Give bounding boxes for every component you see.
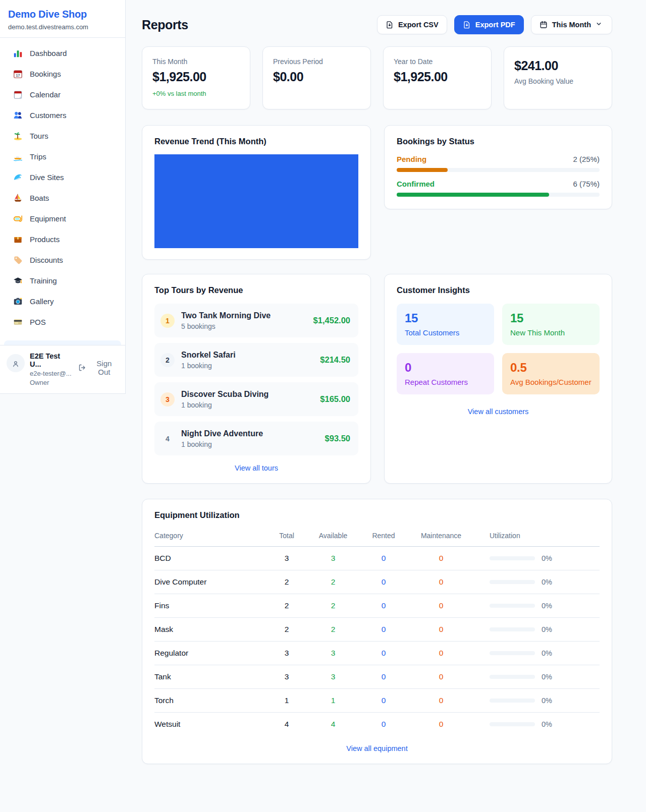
sidebar-item-pos[interactable]: POS <box>4 312 121 332</box>
stat-value: $1,925.00 <box>394 70 481 84</box>
equipment-rented: 0 <box>358 554 409 563</box>
status-row-header: Confirmed6 (75%) <box>397 180 600 188</box>
equipment-table-row: Mask22000% <box>154 618 600 642</box>
sidebar-item-label: Discounts <box>30 256 63 264</box>
sidebar-item-equipment[interactable]: Equipment <box>4 209 121 228</box>
customer-insights-card: Customer Insights 15Total Customers15New… <box>384 274 612 484</box>
gallery-icon <box>13 297 23 306</box>
equipment-total: 1 <box>265 696 308 705</box>
equipment-maintenance: 0 <box>409 625 473 634</box>
sidebar-item-label: Bookings <box>30 70 61 78</box>
sidebar-item-active-partial[interactable] <box>4 340 121 345</box>
stat-delta: +0% vs last month <box>152 90 240 97</box>
utilization-bar-track <box>490 580 535 584</box>
sidebar-item-bookings[interactable]: 17Bookings <box>4 64 121 84</box>
view-all-tours-link[interactable]: View all tours <box>154 464 358 472</box>
equipment-available: 2 <box>308 601 358 610</box>
equipment-rented: 0 <box>358 649 409 658</box>
sidebar-item-discounts[interactable]: Discounts <box>4 250 121 270</box>
tour-bookings-count: 1 booking <box>181 362 236 370</box>
export-pdf-label: Export PDF <box>475 21 515 29</box>
chevron-down-icon <box>596 21 604 29</box>
equipment-table: CategoryTotalAvailableRentedMaintenanceU… <box>154 528 600 736</box>
equipment-utilization-cell: 0% <box>473 673 600 681</box>
sidebar-item-calendar[interactable]: Calendar <box>4 85 121 104</box>
stat-value: $241.00 <box>514 59 602 73</box>
equipment-available: 3 <box>308 554 358 563</box>
period-dropdown[interactable]: This Month <box>531 15 612 34</box>
equipment-table-row: Tank33000% <box>154 665 600 689</box>
sidebar-item-tours[interactable]: Tours <box>4 126 121 146</box>
status-rows: Pending2 (25%)Confirmed6 (75%) <box>397 155 600 197</box>
sidebar-item-gallery[interactable]: Gallery <box>4 292 121 311</box>
equipment-total: 3 <box>265 649 308 658</box>
sidebar-item-products[interactable]: Products <box>4 229 121 249</box>
view-all-customers-link[interactable]: View all customers <box>397 408 600 416</box>
tour-name: Two Tank Morning Dive <box>181 311 271 320</box>
sidebar-item-boats[interactable]: Boats <box>4 188 121 208</box>
insight-tile-value: 0 <box>405 361 486 375</box>
tour-meta: Discover Scuba Diving1 booking <box>181 390 268 409</box>
sign-out-button[interactable]: Sign Out <box>78 359 119 376</box>
sidebar-item-dive-sites[interactable]: Dive Sites <box>4 167 121 187</box>
equipment-column-header: Maintenance <box>409 532 473 540</box>
equipment-available: 2 <box>308 577 358 587</box>
user-meta: E2E Test U... e2e-tester@... Owner <box>30 351 73 386</box>
sidebar-item-training[interactable]: Training <box>4 271 121 291</box>
sidebar-item-label: Trips <box>30 152 46 161</box>
utilization-percent: 0% <box>542 625 552 633</box>
tour-bookings-count: 1 booking <box>181 440 263 448</box>
sidebar-item-dashboard[interactable]: Dashboard <box>4 43 121 63</box>
equipment-utilization-cell: 0% <box>473 625 600 633</box>
tour-rank-badge: 3 <box>160 392 175 407</box>
equipment-rented: 0 <box>358 720 409 729</box>
equipment-category: Torch <box>154 696 265 705</box>
tour-name: Snorkel Safari <box>181 351 236 360</box>
view-all-equipment-link[interactable]: View all equipment <box>154 744 600 752</box>
equipment-table-header: CategoryTotalAvailableRentedMaintenanceU… <box>154 528 600 547</box>
equipment-utilization-title: Equipment Utilization <box>154 510 600 520</box>
equipment-category: Regulator <box>154 649 265 658</box>
tour-list: 1Two Tank Morning Dive5 bookings$1,452.0… <box>154 304 358 455</box>
stat-value: $1,925.00 <box>152 70 240 84</box>
export-csv-button[interactable]: Export CSV <box>377 15 447 34</box>
sidebar-item-label: Dashboard <box>30 49 67 57</box>
equipment-rented: 0 <box>358 672 409 681</box>
charts-row: Revenue Trend (This Month) Bookings by S… <box>142 125 612 260</box>
discounts-icon <box>13 255 23 265</box>
equipment-category: Mask <box>154 625 265 634</box>
tour-meta: Snorkel Safari1 booking <box>181 351 236 370</box>
tour-rank-badge: 1 <box>160 314 175 328</box>
sidebar-item-trips[interactable]: Trips <box>4 147 121 166</box>
svg-text:17: 17 <box>16 74 20 78</box>
status-label: Confirmed <box>397 180 435 188</box>
stat-card: This Month$1,925.00+0% vs last month <box>142 46 250 109</box>
tour-rank-badge: 4 <box>160 432 175 446</box>
page-header: Reports Export CSV Export PDF This Month <box>142 15 612 34</box>
export-csv-label: Export CSV <box>398 21 439 29</box>
sidebar-item-customers[interactable]: Customers <box>4 105 121 125</box>
insight-tile-label: New This Month <box>510 328 591 337</box>
utilization-bar-track <box>490 604 535 608</box>
utilization-percent: 0% <box>542 578 552 586</box>
insight-tile: 15New This Month <box>502 304 600 345</box>
tour-name: Night Dive Adventure <box>181 429 263 438</box>
header-actions: Export CSV Export PDF This Month <box>377 15 612 34</box>
equipment-maintenance: 0 <box>409 672 473 681</box>
sidebar-item-label: Boats <box>30 194 49 202</box>
insights-row: Top Tours by Revenue 1Two Tank Morning D… <box>142 274 612 484</box>
insight-tile-label: Avg Bookings/Customer <box>510 378 591 386</box>
sidebar-header: Demo Dive Shop demo.test.divestreams.com <box>0 0 125 38</box>
status-row-header: Pending2 (25%) <box>397 155 600 163</box>
insight-tile: 0.5Avg Bookings/Customer <box>502 353 600 394</box>
equipment-rented: 0 <box>358 577 409 587</box>
equipment-table-row: Wetsuit44000% <box>154 713 600 736</box>
file-download-icon <box>386 21 394 29</box>
export-pdf-button[interactable]: Export PDF <box>454 15 524 34</box>
equipment-utilization-cell: 0% <box>473 602 600 610</box>
file-download-icon <box>463 21 471 29</box>
status-row: Confirmed6 (75%) <box>397 180 600 197</box>
equipment-total: 3 <box>265 672 308 681</box>
utilization-bar-track <box>490 651 535 655</box>
equipment-available: 1 <box>308 696 358 705</box>
